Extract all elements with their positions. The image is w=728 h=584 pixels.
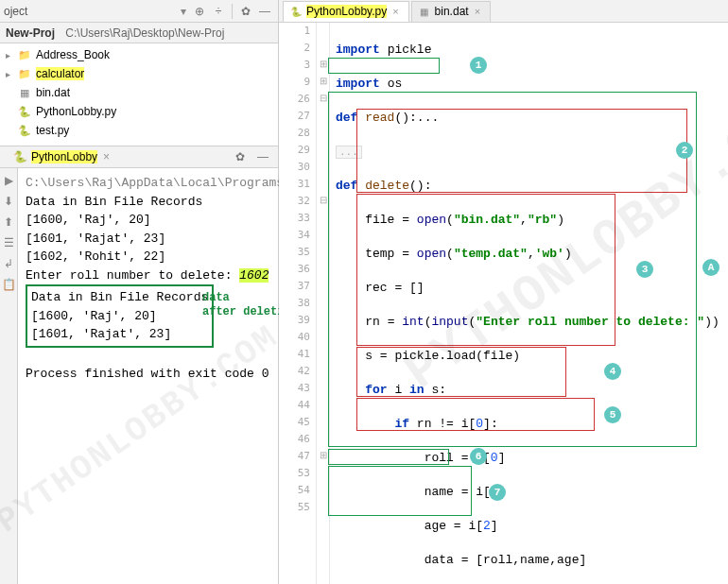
tree-item-bin-dat[interactable]: ▦bin.dat bbox=[0, 83, 278, 102]
run-sidebar: ▶ ⬇ ⬆ ☰ ↲ 📋 bbox=[0, 168, 18, 584]
result-box: Data in Bin File Records [1600, 'Raj', 2… bbox=[26, 284, 214, 348]
tree-item-calculator[interactable]: ▸📁calculator bbox=[0, 64, 278, 83]
fold-column: ⊞⊞⊟⊟⊞ bbox=[317, 23, 330, 584]
fold-icon[interactable]: ⊟ bbox=[317, 195, 329, 212]
gear-icon[interactable]: ✿ bbox=[236, 2, 255, 21]
run-hide-icon[interactable]: — bbox=[253, 147, 272, 166]
console-path: C:\Users\Raj\AppData\Local\Programs\Pytl bbox=[26, 174, 321, 193]
watermark-code: PYTHONLOBBY.COM bbox=[407, 93, 728, 386]
filter-icon[interactable]: ☰ bbox=[0, 234, 17, 251]
close-icon[interactable]: × bbox=[475, 6, 480, 17]
fold-icon[interactable]: ⊟ bbox=[317, 93, 329, 110]
fold-icon[interactable]: ⊞ bbox=[317, 450, 329, 467]
print-icon[interactable]: 📋 bbox=[0, 276, 17, 293]
run-tab[interactable]: 🐍 PythonLobby × bbox=[6, 148, 117, 165]
project-menu-label[interactable]: oject bbox=[4, 5, 181, 18]
run-tab-label: PythonLobby bbox=[31, 150, 97, 163]
project-toolbar: oject ▾ ⊕ ÷ ✿ — bbox=[0, 0, 278, 23]
hide-icon[interactable]: — bbox=[255, 2, 274, 21]
fold-icon[interactable]: ⊞ bbox=[317, 59, 329, 76]
line-gutter: 1239262728293031323334353637383940414243… bbox=[279, 23, 317, 584]
target-icon[interactable]: ⊕ bbox=[190, 2, 209, 21]
tab-bin-dat[interactable]: ▦ bin.dat × bbox=[411, 1, 491, 22]
marker-1: 1 bbox=[470, 57, 487, 74]
annotation-box-1 bbox=[328, 58, 440, 74]
file-tree: ▸📁Address_Book ▸📁calculator ▦bin.dat 🐍Py… bbox=[0, 43, 278, 142]
user-input-value: 1602 bbox=[239, 268, 269, 283]
breadcrumb[interactable]: New-Proj C:\Users\Raj\Desktop\New-Proj bbox=[0, 23, 278, 43]
marker-4: 4 bbox=[604, 363, 621, 380]
close-tab-icon[interactable]: × bbox=[103, 150, 110, 163]
run-panel-header: 🐍 PythonLobby × ✿ — bbox=[0, 146, 278, 168]
tree-item-address-book[interactable]: ▸📁Address_Book bbox=[0, 45, 278, 64]
tab-label-second: bin.dat bbox=[435, 5, 469, 18]
tree-item-test-py[interactable]: 🐍test.py bbox=[0, 121, 278, 140]
tab-pythonlobby[interactable]: 🐍 PythonLobby.py × bbox=[283, 1, 409, 22]
wrap-icon[interactable]: ↲ bbox=[0, 255, 17, 272]
collapse-icon[interactable]: ÷ bbox=[209, 2, 228, 21]
rerun-icon[interactable]: ▶ bbox=[0, 172, 17, 189]
project-path: C:\Users\Raj\Desktop\New-Proj bbox=[65, 26, 224, 40]
run-gear-icon[interactable]: ✿ bbox=[231, 147, 250, 166]
exit-message: Process finished with exit code 0 bbox=[26, 365, 321, 384]
stop-icon[interactable]: ⬇ bbox=[0, 193, 17, 210]
fold-icon[interactable]: ⊞ bbox=[317, 76, 329, 93]
marker-3: 3 bbox=[636, 261, 653, 278]
code-editor[interactable]: import pickle import os def read():... .… bbox=[330, 23, 728, 584]
project-name: New-Proj bbox=[6, 26, 55, 40]
tree-item-pythonlobby[interactable]: 🐍PythonLobby.py bbox=[0, 102, 278, 121]
close-icon[interactable]: × bbox=[392, 6, 398, 17]
up-icon[interactable]: ⬆ bbox=[0, 214, 17, 231]
editor-tabs: 🐍 PythonLobby.py × ▦ bin.dat × bbox=[279, 0, 728, 23]
tab-label-active: PythonLobby.py bbox=[306, 5, 387, 18]
